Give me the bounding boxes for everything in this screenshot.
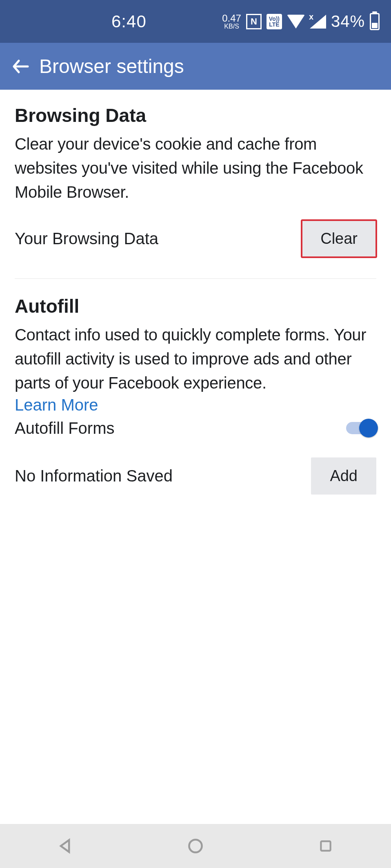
nav-home-button[interactable]: [183, 834, 208, 858]
battery-percent: 34%: [331, 12, 365, 31]
autofill-forms-toggle[interactable]: [341, 418, 376, 438]
autofill-forms-row: Autofill Forms: [15, 418, 376, 438]
autofill-description: Contact info used to quickly complete fo…: [15, 323, 376, 395]
section-autofill: Autofill Contact info used to quickly co…: [15, 295, 376, 495]
svg-rect-1: [321, 841, 331, 850]
wifi-icon: [287, 15, 305, 29]
network-speed-icon: 0.47 KB/S: [222, 13, 241, 30]
learn-more-link[interactable]: Learn More: [15, 396, 98, 414]
back-button[interactable]: [10, 55, 33, 78]
circle-home-icon: [187, 837, 204, 855]
browsing-data-heading: Browsing Data: [15, 104, 376, 126]
volte-icon: Vo)) LTE: [267, 14, 282, 29]
autofill-heading: Autofill: [15, 295, 376, 317]
status-bar: 6:40 0.47 KB/S N Vo)) LTE x 34%: [0, 0, 391, 43]
add-button[interactable]: Add: [311, 457, 376, 495]
status-time: 6:40: [111, 12, 147, 31]
autofill-forms-label: Autofill Forms: [15, 419, 115, 437]
triangle-back-icon: [56, 837, 74, 855]
section-browsing-data: Browsing Data Clear your device's cookie…: [15, 104, 376, 257]
status-right-cluster: 0.47 KB/S N Vo)) LTE x 34%: [222, 12, 380, 31]
content: Browsing Data Clear your device's cookie…: [0, 90, 391, 495]
divider: [15, 278, 376, 279]
no-information-saved-label: No Information Saved: [15, 467, 173, 485]
square-recent-icon: [318, 838, 334, 854]
browsing-data-row: Your Browsing Data Clear: [15, 220, 376, 257]
saved-info-row: No Information Saved Add: [15, 457, 376, 495]
svg-point-0: [189, 839, 202, 852]
nav-back-button[interactable]: [53, 834, 78, 858]
clear-button[interactable]: Clear: [302, 220, 376, 257]
arrow-left-icon: [11, 57, 31, 76]
battery-icon: [370, 13, 380, 30]
app-bar: Browser settings: [0, 43, 391, 90]
nav-recent-button[interactable]: [313, 834, 338, 858]
cell-signal-icon: x: [310, 15, 326, 29]
page-title: Browser settings: [39, 55, 184, 77]
navigation-bar: [0, 824, 391, 868]
nfc-icon: N: [246, 14, 262, 29]
browsing-data-description: Clear your device's cookie and cache fro…: [15, 132, 376, 205]
your-browsing-data-label: Your Browsing Data: [15, 230, 158, 248]
